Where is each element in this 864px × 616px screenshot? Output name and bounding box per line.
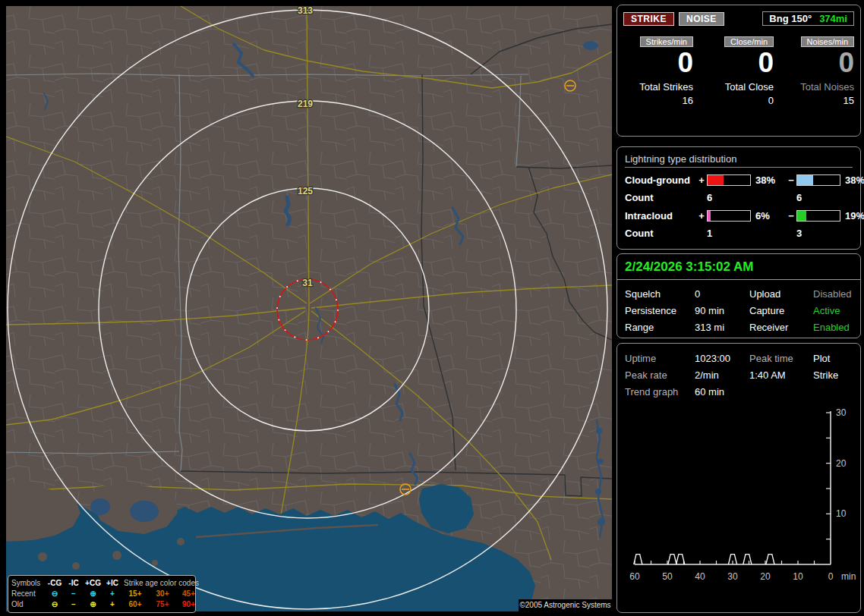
cg-negative-bar [796,174,840,186]
noises-per-min-button[interactable]: Noises/min [801,36,854,47]
ic-positive-pct: 6% [751,210,786,222]
svg-text:30: 30 [727,571,738,582]
svg-text:50: 50 [662,571,673,582]
range-label: Range [625,322,695,333]
neg-cg-old-icon: ⊖ [45,600,65,608]
svg-text:60: 60 [629,571,640,582]
count-label: Count [625,228,696,239]
svg-text:min: min [841,571,856,582]
squelch-label: Squelch [625,288,695,300]
noises-column: Noises/min 0 Total Noises 15 [784,27,854,106]
bearing-label: Bng 150° [769,13,812,24]
copyright: ©2005 Astrogenic Systems [519,599,612,611]
legend-col-neg-cg: -CG [45,579,65,587]
peak-rate-label: Peak rate [625,369,695,381]
pos-ic-recent-icon: + [103,589,121,598]
age-90: 90+ [176,600,201,608]
distribution-title: Lightning type distribution [625,153,853,168]
legend-col-pos-ic: +IC [103,579,121,587]
cloud-ground-count-row: Count 6 6 [625,192,853,203]
range-label-31: 31 [302,278,313,288]
total-noises-value: 15 [784,95,854,106]
plot-value: Plot [813,353,853,364]
ic-positive-count: 1 [707,228,751,239]
legend-symbols-label: Symbols [11,579,45,587]
strikes-per-min-button[interactable]: Strikes/min [640,36,693,47]
age-60: 60+ [121,600,149,608]
trend-graph-label: Trend graph [625,386,695,398]
squelch-value: 0 [695,288,749,300]
persistence-value: 90 min [695,305,749,316]
trend-chart: 1020306050403020100min [620,403,857,611]
capture-state: Active [813,305,853,316]
peak-time-label: Peak time [749,353,813,364]
cloud-ground-label: Cloud-ground [625,174,696,186]
cg-negative-pct: 38% [840,174,864,186]
legend-recent-label: Recent [11,589,45,598]
peak-time-value: 1:40 AM [749,369,813,381]
plus-sign: + [696,210,707,222]
range-label-219: 219 [298,99,313,109]
capture-label: Capture [749,305,813,316]
cg-positive-bar [707,174,751,186]
total-close-value: 0 [704,95,774,106]
count-label: Count [625,192,696,203]
cloud-ground-row: Cloud-ground + 38% − 38% [625,174,853,186]
legend: Symbols -CG -IC +CG +IC Strike age color… [8,575,196,613]
svg-text:10: 10 [793,571,803,582]
svg-text:30: 30 [836,407,847,418]
plus-sign: + [696,174,707,186]
minus-sign: − [786,210,796,222]
uptime-value: 1023:00 [695,353,749,364]
bearing-display: Bng 150°374mi [762,11,854,26]
counters-panel: STRIKE NOISE Bng 150°374mi Strikes/min 0… [616,5,861,137]
range-label-313: 313 [298,6,313,16]
age-75: 75+ [149,600,176,608]
minus-sign: − [786,174,796,186]
range-label-125: 125 [298,186,313,196]
peak-rate-value: 2/min [695,369,749,381]
ic-negative-bar [796,210,840,222]
trend-graph-window: 60 min [695,386,853,398]
map-canvas: 313 219 125 31 [6,6,612,611]
ic-positive-bar [707,210,751,222]
age-30: 30+ [149,589,176,598]
legend-age-title: Strike age color codes [121,579,201,587]
receiver-label: Receiver [749,322,813,333]
pos-cg-old-icon: ⊕ [83,600,103,608]
cg-positive-count: 6 [707,192,751,203]
noises-rate: 0 [784,49,854,78]
svg-text:40: 40 [695,571,705,582]
strike-mode-button[interactable]: STRIKE [623,12,674,26]
strikes-rate: 0 [623,49,693,78]
persistence-label: Persistence [625,305,695,316]
svg-text:0: 0 [828,571,834,582]
svg-text:10: 10 [836,508,847,519]
close-column: Close/min 0 Total Close 0 [704,27,774,106]
pos-cg-recent-icon: ⊕ [83,589,103,598]
map[interactable]: 313 219 125 31 [6,6,612,611]
neg-ic-recent-icon: − [65,589,83,598]
svg-text:20: 20 [836,458,847,469]
close-per-min-button[interactable]: Close/min [724,36,774,47]
pos-ic-old-icon: + [103,600,121,608]
cg-positive-pct: 38% [751,174,786,186]
app-root: { "header": { "strike_btn": "STRIKE", "n… [0,0,864,616]
total-strikes-value: 16 [623,95,693,106]
legend-col-neg-ic: -IC [65,579,83,587]
neg-ic-old-icon: − [65,600,83,608]
upload-label: Upload [749,288,813,300]
status-panel: 2/24/2026 3:15:02 AM Squelch 0 Upload Di… [616,253,861,338]
age-15: 15+ [121,589,149,598]
receiver-state: Enabled [813,322,853,333]
legend-col-pos-cg: +CG [83,579,103,587]
age-45: 45+ [176,589,201,598]
strikes-column: Strikes/min 0 Total Strikes 16 [623,27,693,106]
intracloud-row: Intracloud + 6% − 19% [625,210,853,222]
plot-type-value: Strike [813,369,853,381]
total-close-label: Total Close [704,81,774,93]
bearing-distance: 374mi [819,13,847,24]
uptime-label: Uptime [625,353,695,364]
noise-mode-button[interactable]: NOISE [679,12,724,26]
datetime-display: 2/24/2026 3:15:02 AM [617,254,860,280]
